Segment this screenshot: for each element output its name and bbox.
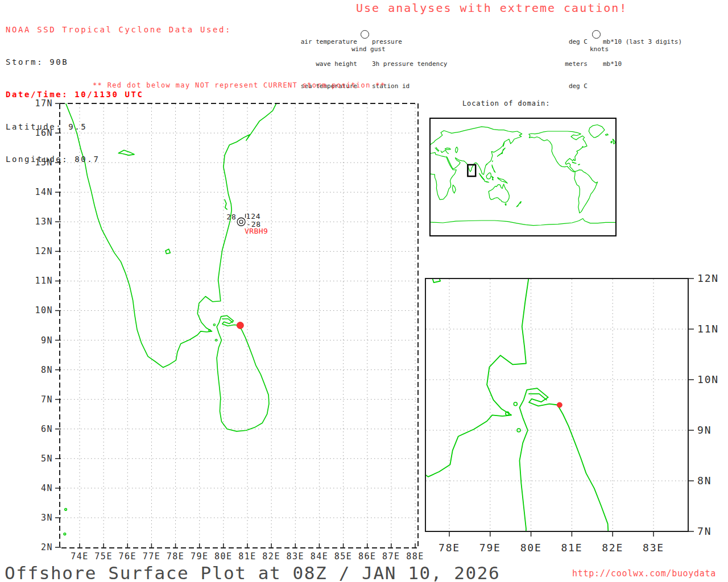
units-legend: deg C mb*10 (last 3 digits) meters mb*10… <box>531 23 690 55</box>
storm-dot-inset <box>557 402 562 408</box>
legend-air-temperature: air temperature <box>272 38 372 45</box>
main-y-tick-label: 6N <box>41 424 53 434</box>
station-id: VRBH9 <box>245 227 268 235</box>
legend-row: meters mb*10 <box>531 60 690 68</box>
units-air-temperature: deg C <box>531 38 603 45</box>
world-map-title: Location of domain: <box>462 99 550 107</box>
station-circle <box>237 218 245 226</box>
main-y-tick-label: 10N <box>35 305 53 315</box>
main-y-tick-label: 14N <box>35 187 53 197</box>
main-x-tick-label: 78E <box>167 551 185 562</box>
inset-y-tick-label: 7N <box>697 525 712 537</box>
main-y-tick-label: 3N <box>41 513 53 523</box>
main-x-tick-label: 80E <box>214 551 233 562</box>
main-y-tick-label: 9N <box>41 335 53 346</box>
legend-wind-gust: wind gust <box>351 45 386 53</box>
inset-x-tick-label: 78E <box>439 542 460 554</box>
world-map-canvas <box>430 125 616 226</box>
main-x-tick-label: 81E <box>238 551 257 562</box>
main-y-tick-label: 8N <box>41 365 53 375</box>
header-info: NOAA SSD Tropical Cyclone Data Used: Sto… <box>6 3 231 176</box>
units-wave-height: meters <box>531 60 603 68</box>
main-x-tick-label: 84E <box>311 551 329 562</box>
inset-x-tick-label: 79E <box>479 542 501 554</box>
inset-y-tick-label: 8N <box>697 475 712 487</box>
main-y-tick-label: 13N <box>35 217 53 227</box>
header-storm: Storm: 90B <box>6 57 231 68</box>
inset-x-tick-label: 80E <box>520 542 542 554</box>
inset-y-tick-label: 12N <box>697 272 719 284</box>
inset-map-axes: 12N11N10N9N8N7N78E79E80E81E82E83E <box>425 272 719 554</box>
units-pressure-tendency: mb*10 <box>603 60 622 68</box>
inset-x-tick-label: 83E <box>643 542 664 554</box>
domain-box <box>468 165 475 176</box>
main-y-tick-label: 4N <box>41 483 53 493</box>
page-title: Offshore Surface Plot at 08Z / JAN 10, 2… <box>5 563 500 582</box>
main-x-tick-label: 83E <box>286 551 304 562</box>
storm-position-warning: ** Red dot below may NOT represent CURRE… <box>93 81 385 89</box>
header-latitude: Latitude: 9.5 <box>6 122 231 132</box>
inset-y-tick-label: 10N <box>697 373 719 385</box>
legend-wave-height: wave height <box>272 60 372 68</box>
main-x-tick-label: 74E <box>71 551 89 562</box>
units-wind-gust: knots <box>590 45 609 53</box>
main-x-tick-label: 79E <box>191 551 209 562</box>
inset-x-tick-label: 81E <box>561 542 582 554</box>
inset-y-tick-label: 11N <box>697 323 719 335</box>
main-x-tick-label: 88E <box>406 551 424 562</box>
main-y-tick-label: 11N <box>35 276 53 286</box>
caution-title: Use analyses with extreme caution! <box>356 1 627 15</box>
inset-x-tick-label: 82E <box>602 542 623 554</box>
main-x-tick-label: 85E <box>334 551 353 562</box>
main-x-tick-label: 76E <box>118 551 136 562</box>
main-x-tick-label: 77E <box>143 551 161 562</box>
world-map-frame <box>430 118 616 236</box>
inset-y-tick-label: 9N <box>697 424 712 436</box>
legend-row: air temperature pressure <box>272 38 460 45</box>
main-y-tick-label: 12N <box>35 246 53 256</box>
main-y-tick-label: 2N <box>41 542 53 552</box>
main-x-tick-label: 82E <box>262 551 280 562</box>
main-y-tick-label: 5N <box>41 454 53 464</box>
station-plot-legend: air temperature pressure wave height 3h … <box>272 23 460 55</box>
legend-row: wave height 3h pressure tendency <box>272 60 460 68</box>
legend-row: deg C mb*10 (last 3 digits) <box>531 38 690 45</box>
header-datetime: Date/Time: 10/1130 UTC <box>6 89 231 100</box>
legend-row: deg C <box>531 82 690 90</box>
main-x-tick-label: 87E <box>382 551 400 562</box>
header-longitude: Longitude: 80.7 <box>6 154 231 165</box>
station-air-temp: 28 <box>226 213 236 221</box>
station-circle-icon <box>592 30 601 39</box>
source-url: http://coolwx.com/buoydata <box>572 568 716 579</box>
header-title: NOAA SSD Tropical Cyclone Data Used: <box>6 24 231 35</box>
legend-pressure: pressure <box>372 38 402 45</box>
main-y-tick-label: 7N <box>41 394 53 405</box>
units-pressure: mb*10 (last 3 digits) <box>603 38 682 45</box>
main-x-tick-label: 75E <box>94 551 113 562</box>
storm-dot-main <box>237 322 243 329</box>
main-x-tick-label: 86E <box>358 551 377 562</box>
units-sea-temperature: deg C <box>531 82 603 90</box>
legend-pressure-tendency: 3h pressure tendency <box>372 60 447 68</box>
station-circle-icon <box>361 30 369 39</box>
